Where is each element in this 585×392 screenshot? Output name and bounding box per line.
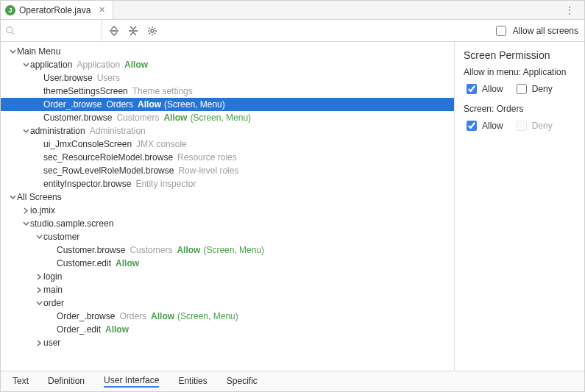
tree-row[interactable]: main xyxy=(1,283,454,296)
close-icon[interactable]: ✕ xyxy=(97,5,107,15)
tree-item-label: administration xyxy=(30,124,85,138)
tree-row[interactable]: Order_.editAllow xyxy=(1,323,454,336)
tree-item-permission: Allow xyxy=(138,98,161,111)
tree-row[interactable]: studio.sample.screen xyxy=(1,217,454,230)
tree-item-hint: Orders xyxy=(119,310,146,323)
bottom-tab-text[interactable]: Text xyxy=(13,376,29,387)
java-file-icon: J xyxy=(5,5,15,15)
tree-row[interactable]: applicationApplicationAllow xyxy=(1,58,454,71)
chevron-down-icon[interactable] xyxy=(21,221,30,227)
tree-row[interactable]: ui_JmxConsoleScreenJMX console xyxy=(1,138,454,151)
menu-allow-label: Allow xyxy=(482,84,503,94)
tree-item-label: ui_JmxConsoleScreen xyxy=(43,138,132,151)
tree-item-label: studio.sample.screen xyxy=(30,217,113,230)
tree-item-scope: (Screen, Menu) xyxy=(177,310,238,323)
chevron-right-icon[interactable] xyxy=(35,340,43,346)
collapse-all-button[interactable] xyxy=(124,22,142,40)
menu-allow-checkbox[interactable] xyxy=(467,84,477,94)
tree-item-scope: (Screen, Menu) xyxy=(164,98,225,111)
tree-item-label: Customer.browse xyxy=(43,111,112,124)
tree-item-label: Order_.edit xyxy=(57,323,101,336)
screen-value: Orders xyxy=(497,104,524,114)
allow-in-menu-value: Application xyxy=(523,67,567,77)
tree-row[interactable]: order xyxy=(1,296,454,310)
bottom-tab-user-interface[interactable]: User Interface xyxy=(104,375,159,388)
chevron-right-icon[interactable] xyxy=(35,274,43,280)
tree-item-hint: Users xyxy=(97,71,120,85)
chevron-down-icon[interactable] xyxy=(8,49,17,55)
bottom-tab-definition[interactable]: Definition xyxy=(48,376,85,387)
svg-line-1 xyxy=(12,32,14,35)
tree-row[interactable]: sec_ResourceRoleModel.browseResource rol… xyxy=(1,151,454,164)
toolbar: Allow all screens xyxy=(1,20,584,42)
collapse-all-icon xyxy=(128,26,138,36)
tree-item-permission: Allow xyxy=(116,257,139,270)
tree-item-label: themeSettingsScreen xyxy=(43,85,128,98)
tree-item-label: sec_ResourceRoleModel.browse xyxy=(43,151,173,164)
tree-item-hint: Resource roles xyxy=(177,151,237,164)
tree-row[interactable]: Order_.browseOrdersAllow(Screen, Menu) xyxy=(1,98,454,111)
chevron-right-icon[interactable] xyxy=(21,207,30,214)
expand-all-icon xyxy=(109,26,119,36)
svg-point-2 xyxy=(151,29,154,32)
tree-item-scope: (Screen, Menu) xyxy=(190,111,251,124)
allow-all-screens-checkbox[interactable] xyxy=(496,26,506,36)
tree-row[interactable]: Customer.browseCustomersAllow(Screen, Me… xyxy=(1,243,454,257)
editor-tab[interactable]: J OperatorRole.java ✕ xyxy=(1,1,113,19)
tree-row[interactable]: themeSettingsScreenTheme settings xyxy=(1,85,454,98)
bottom-tab-entities[interactable]: Entities xyxy=(178,376,207,387)
menu-deny-label: Deny xyxy=(532,84,553,94)
tree-row[interactable]: sec_RowLevelRoleModel.browseRow-level ro… xyxy=(1,164,454,177)
tree-row[interactable]: All Screens xyxy=(1,190,454,204)
tree-row[interactable]: user xyxy=(1,336,454,349)
permission-tree[interactable]: Main MenuapplicationApplicationAllowUser… xyxy=(1,45,454,349)
tree-row[interactable]: administrationAdministration xyxy=(1,124,454,138)
editor-tab-bar: J OperatorRole.java ✕ ⋮ xyxy=(1,1,584,20)
tree-row[interactable]: User.browseUsers xyxy=(1,71,454,85)
tree-item-label: Customer.edit xyxy=(57,257,111,270)
search-input[interactable] xyxy=(1,20,102,41)
chevron-down-icon[interactable] xyxy=(21,62,30,68)
chevron-down-icon[interactable] xyxy=(8,194,17,201)
menu-deny-checkbox[interactable] xyxy=(517,84,527,94)
screen-allow-label: Allow xyxy=(482,121,503,131)
tree-row[interactable]: entityInspector.browseEntity inspector xyxy=(1,177,454,190)
tree-item-hint: Entity inspector xyxy=(135,177,196,190)
tree-item-label: login xyxy=(43,270,62,283)
tree-row[interactable]: Customer.editAllow xyxy=(1,257,454,270)
chevron-right-icon[interactable] xyxy=(35,287,43,293)
chevron-down-icon[interactable] xyxy=(21,128,30,135)
screen-deny-checkbox xyxy=(517,121,527,131)
tree-item-scope: (Screen, Menu) xyxy=(203,243,264,257)
tree-row[interactable]: Customer.browseCustomersAllow(Screen, Me… xyxy=(1,111,454,124)
tree-row[interactable]: Main Menu xyxy=(1,45,454,58)
tree-item-label: Main Menu xyxy=(17,45,60,58)
svg-point-0 xyxy=(7,27,13,33)
gear-icon xyxy=(147,26,157,36)
search-icon xyxy=(5,26,15,35)
expand-all-button[interactable] xyxy=(105,22,123,40)
tree-row[interactable]: login xyxy=(1,270,454,283)
allow-in-menu-label: Allow in menu: xyxy=(464,67,521,77)
kebab-menu-icon[interactable]: ⋮ xyxy=(559,5,581,15)
tree-item-hint: Application xyxy=(77,58,120,71)
tree-item-hint: Row-level roles xyxy=(178,164,238,177)
screen-label: Screen: xyxy=(464,104,494,114)
tree-item-label: Order_.browse xyxy=(57,310,115,323)
tree-row[interactable]: customer xyxy=(1,230,454,243)
tree-item-label: application xyxy=(30,58,72,71)
allow-all-screens-label: Allow all screens xyxy=(513,26,578,36)
tree-item-permission: Allow xyxy=(124,58,148,71)
tree-item-hint: Customers xyxy=(130,243,172,257)
screen-allow-checkbox[interactable] xyxy=(467,121,477,131)
screen-permission-panel: Screen Permission Allow in menu: Applica… xyxy=(455,42,584,371)
bottom-tab-specific[interactable]: Specific xyxy=(227,376,258,387)
settings-button[interactable] xyxy=(143,22,161,40)
tree-item-label: io.jmix xyxy=(30,204,55,217)
tree-row[interactable]: io.jmix xyxy=(1,204,454,217)
chevron-down-icon[interactable] xyxy=(35,300,43,307)
tree-item-hint: Customers xyxy=(116,111,159,124)
tree-item-label: main xyxy=(43,283,63,296)
chevron-down-icon[interactable] xyxy=(35,234,43,240)
tree-row[interactable]: Order_.browseOrdersAllow(Screen, Menu) xyxy=(1,310,454,323)
